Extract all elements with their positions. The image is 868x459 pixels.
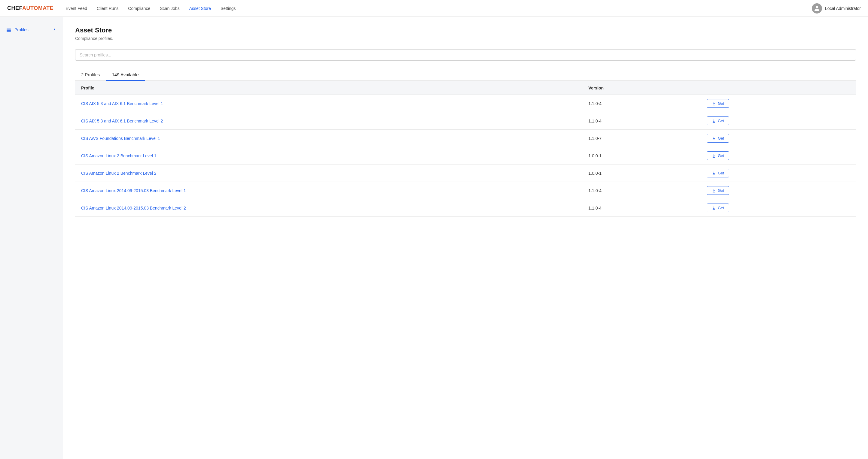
download-icon xyxy=(712,154,716,158)
svg-rect-2 xyxy=(7,30,11,31)
table-row: CIS Amazon Linux 2 Benchmark Level 2 1.0… xyxy=(75,165,856,182)
profile-name-cell: CIS Amazon Linux 2 Benchmark Level 2 xyxy=(75,165,583,182)
get-button[interactable]: Get xyxy=(707,169,729,177)
profile-name-cell: CIS Amazon Linux 2 Benchmark Level 1 xyxy=(75,147,583,165)
col-version: Version xyxy=(583,81,701,95)
get-button[interactable]: Get xyxy=(707,99,729,108)
nav-compliance[interactable]: Compliance xyxy=(128,6,150,11)
logo-automate: AUTOMATE xyxy=(22,5,54,11)
avatar xyxy=(812,3,822,13)
version-cell: 1.0.0-1 xyxy=(583,165,701,182)
get-button[interactable]: Get xyxy=(707,186,729,195)
nav-user: Local Administrator xyxy=(812,3,861,13)
version-cell: 1.0.0-1 xyxy=(583,147,701,165)
col-profile: Profile xyxy=(75,81,583,95)
page-title: Asset Store xyxy=(75,26,856,34)
get-button[interactable]: Get xyxy=(707,134,729,142)
chevron-right-icon xyxy=(53,27,57,32)
profile-link[interactable]: CIS Amazon Linux 2014.09-2015.03 Benchma… xyxy=(81,188,186,193)
get-button[interactable]: Get xyxy=(707,117,729,125)
table-row: CIS Amazon Linux 2014.09-2015.03 Benchma… xyxy=(75,199,856,217)
download-icon xyxy=(712,171,716,175)
logo-chef: CHEF xyxy=(7,5,22,11)
download-icon xyxy=(712,189,716,193)
list-icon xyxy=(6,27,11,32)
action-cell: Get xyxy=(701,182,856,199)
table-row: CIS Amazon Linux 2014.09-2015.03 Benchma… xyxy=(75,182,856,199)
profile-link[interactable]: CIS AWS Foundations Benchmark Level 1 xyxy=(81,136,160,141)
nav-settings[interactable]: Settings xyxy=(220,6,236,11)
profile-name-cell: CIS AIX 5.3 and AIX 6.1 Benchmark Level … xyxy=(75,112,583,130)
top-nav: CHEFAUTOMATE Event Feed Client Runs Comp… xyxy=(0,0,868,17)
version-cell: 1.1.0-4 xyxy=(583,112,701,130)
table-row: CIS AIX 5.3 and AIX 6.1 Benchmark Level … xyxy=(75,95,856,112)
profile-link[interactable]: CIS Amazon Linux 2 Benchmark Level 1 xyxy=(81,154,157,158)
profile-link[interactable]: CIS Amazon Linux 2 Benchmark Level 2 xyxy=(81,171,157,175)
profile-name-cell: CIS Amazon Linux 2014.09-2015.03 Benchma… xyxy=(75,199,583,217)
nav-event-feed[interactable]: Event Feed xyxy=(65,6,87,11)
version-cell: 1.1.0-7 xyxy=(583,130,701,147)
main-content: Asset Store Compliance profiles. 2 Profi… xyxy=(63,17,868,459)
tab-profiles[interactable]: 2 Profiles xyxy=(75,69,106,81)
download-icon xyxy=(712,136,716,140)
action-cell: Get xyxy=(701,95,856,112)
get-button[interactable]: Get xyxy=(707,203,729,212)
profile-link[interactable]: CIS AIX 5.3 and AIX 6.1 Benchmark Level … xyxy=(81,119,163,123)
profile-link[interactable]: CIS Amazon Linux 2014.09-2015.03 Benchma… xyxy=(81,206,186,210)
action-cell: Get xyxy=(701,130,856,147)
svg-rect-3 xyxy=(7,31,11,32)
app-logo: CHEFAUTOMATE xyxy=(7,5,54,11)
nav-client-runs[interactable]: Client Runs xyxy=(97,6,118,11)
profiles-table: Profile Version CIS AIX 5.3 and AIX 6.1 … xyxy=(75,81,856,217)
get-button[interactable]: Get xyxy=(707,151,729,160)
svg-rect-1 xyxy=(7,29,11,30)
search-container xyxy=(75,49,856,61)
profile-name-cell: CIS AIX 5.3 and AIX 6.1 Benchmark Level … xyxy=(75,95,583,112)
action-cell: Get xyxy=(701,199,856,217)
table-row: CIS AWS Foundations Benchmark Level 1 1.… xyxy=(75,130,856,147)
action-cell: Get xyxy=(701,112,856,130)
sidebar-item-label: Profiles xyxy=(14,27,29,32)
action-cell: Get xyxy=(701,147,856,165)
user-name: Local Administrator xyxy=(825,6,861,11)
profile-name-cell: CIS AWS Foundations Benchmark Level 1 xyxy=(75,130,583,147)
page-subtitle: Compliance profiles. xyxy=(75,36,856,41)
table-body: CIS AIX 5.3 and AIX 6.1 Benchmark Level … xyxy=(75,95,856,217)
version-cell: 1.1.0-4 xyxy=(583,199,701,217)
tab-available[interactable]: 149 Available xyxy=(106,69,145,81)
action-cell: Get xyxy=(701,165,856,182)
download-icon xyxy=(712,101,716,106)
svg-rect-0 xyxy=(7,28,11,29)
profile-name-cell: CIS Amazon Linux 2014.09-2015.03 Benchma… xyxy=(75,182,583,199)
version-cell: 1.1.0-4 xyxy=(583,182,701,199)
nav-asset-store[interactable]: Asset Store xyxy=(189,6,211,11)
download-icon xyxy=(712,206,716,210)
table-row: CIS AIX 5.3 and AIX 6.1 Benchmark Level … xyxy=(75,112,856,130)
nav-links: Event Feed Client Runs Compliance Scan J… xyxy=(65,6,812,11)
sidebar-item-profiles[interactable]: Profiles xyxy=(0,24,63,35)
sidebar: Profiles xyxy=(0,17,63,459)
profile-link[interactable]: CIS AIX 5.3 and AIX 6.1 Benchmark Level … xyxy=(81,101,163,106)
download-icon xyxy=(712,119,716,123)
layout: Profiles Asset Store Compliance profiles… xyxy=(0,17,868,459)
table-header: Profile Version xyxy=(75,81,856,95)
nav-scan-jobs[interactable]: Scan Jobs xyxy=(160,6,179,11)
table-row: CIS Amazon Linux 2 Benchmark Level 1 1.0… xyxy=(75,147,856,165)
version-cell: 1.1.0-4 xyxy=(583,95,701,112)
search-input[interactable] xyxy=(80,53,851,57)
tabs: 2 Profiles 149 Available xyxy=(75,69,856,81)
